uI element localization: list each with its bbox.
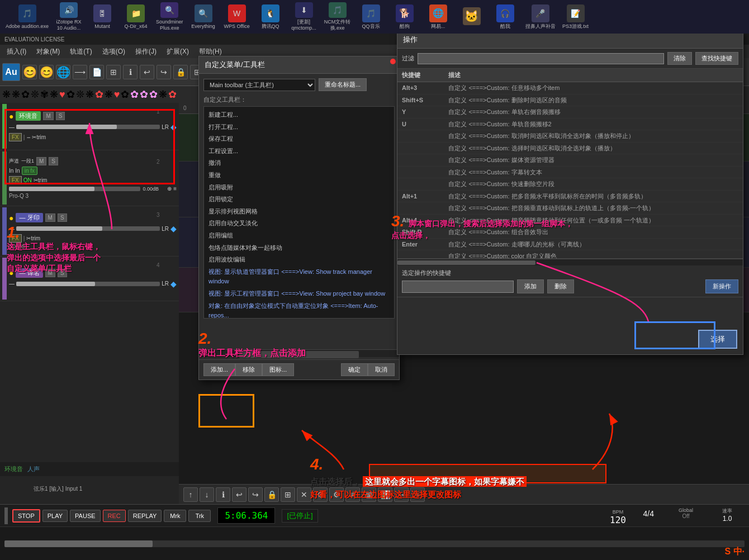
menu-list-item-4[interactable]: 撤消 <box>206 157 392 169</box>
horizontal-scrollbar[interactable] <box>4 540 745 547</box>
ops-row-11[interactable]: Alt+4自定义 <===>Custom: 把音频随意移动到任何位置（一或多音频… <box>397 214 743 226</box>
taskbar-item-kugou[interactable]: 🐕 酷狗 <box>388 1 421 32</box>
track-fx-btn-1[interactable]: FX <box>9 133 22 141</box>
toolbar-icon-arrow[interactable]: ⟶ <box>73 65 87 79</box>
filter-input[interactable] <box>418 53 664 64</box>
add-shortcut-btn[interactable]: 添加 <box>517 279 544 293</box>
taskbar-item-wps[interactable]: W WPS Office <box>220 1 254 32</box>
toolbar-au-icon[interactable]: Au <box>2 63 20 81</box>
menu-extend[interactable]: 扩展(X) <box>162 46 193 58</box>
bt-icon-up[interactable]: ↑ <box>183 487 198 502</box>
shortcut-input[interactable] <box>402 281 514 293</box>
track-minus-1[interactable]: − <box>26 134 30 141</box>
bt-icon-x[interactable]: ✕ <box>297 487 311 502</box>
toolbar-select[interactable]: Main toolbar (主工具栏) <box>203 79 315 91</box>
trk-btn[interactable]: Trk <box>188 510 211 522</box>
toolbar-icon-grid[interactable]: ⊞ <box>106 65 121 79</box>
icon-btn[interactable]: 图标... <box>262 363 294 376</box>
track-m-btn-2[interactable]: M <box>36 157 46 165</box>
track-trim-2[interactable]: ✂trim <box>34 177 48 183</box>
toolbar-icon-redo[interactable]: ↪ <box>157 65 171 79</box>
menu-object[interactable]: 对象(M) <box>32 46 64 58</box>
taskbar-item-qdir[interactable]: 📁 Q-Dir_x64 <box>119 1 153 32</box>
bt-icon-undo[interactable]: ↩ <box>232 487 246 502</box>
track-s-btn-4[interactable]: S <box>58 269 67 277</box>
menu-list-item-13[interactable]: 视图: 显示轨道管理器窗口 <===>View: Show track mana… <box>206 266 392 288</box>
menu-list-item-11[interactable]: 包络点随媒体对象一起移动 <box>206 242 392 254</box>
stop-btn[interactable]: STOP <box>12 509 40 523</box>
track-fx-btn-3[interactable]: FX <box>9 234 22 243</box>
rec-btn[interactable]: REC <box>103 510 126 522</box>
taskbar-item-tencent[interactable]: 🐧 腾讯QQ <box>254 1 287 32</box>
menu-list-item-2[interactable]: 保存工程 <box>206 133 392 145</box>
taskbar-item-soundminer[interactable]: 🔍 SoundminerPlus.exe <box>153 1 187 32</box>
rename-btn[interactable]: 重命名标题... <box>319 78 367 91</box>
bt-icon-gear2[interactable]: ⚙ <box>329 487 344 502</box>
menu-list-item-15[interactable]: 对象: 在自由对象定位模式下自动重定位对象 <===>Item: Auto-re… <box>206 300 392 319</box>
track-m-btn-1[interactable]: M <box>43 112 53 120</box>
ops-row-3[interactable]: U自定义 <===>Custom: 单轨音频搬移2 <box>397 118 743 130</box>
toolbar-icon-new[interactable]: 📄 <box>89 65 104 79</box>
menu-list-item-6[interactable]: 启用吸附 <box>206 182 392 194</box>
taskbar-item-update[interactable]: ⬇ [更新]qmctomp... <box>287 1 321 32</box>
ops-row-14[interactable]: 自定义 <===>Custom: color 自定义颜色 <box>397 250 743 259</box>
bt-icon-info[interactable]: ℹ <box>216 487 230 502</box>
add-btn[interactable]: 添加... <box>203 363 235 376</box>
ops-row-6[interactable]: 自定义 <===>Custom: 媒体资源管理器 <box>397 154 743 167</box>
track-fx-btn-2[interactable]: FX <box>9 176 22 184</box>
bt-icon-gear[interactable]: ⚙ <box>313 487 328 502</box>
toolbar-icon-undo[interactable]: ↩ <box>140 65 154 79</box>
menu-list-item-1[interactable]: 打开工程... <box>206 121 392 134</box>
taskbar-item-kuwo[interactable]: 🎧 酷我 <box>489 1 522 32</box>
ops-row-5[interactable]: 自定义 <===>Custom: 选择时间选区和取消全选对象（播放） <box>397 142 743 154</box>
taskbar-item-voice[interactable]: 🎤 捏鼻人声补音 <box>522 1 559 32</box>
ops-hscroll[interactable] <box>397 259 743 265</box>
play-btn[interactable]: PLAY <box>42 510 68 522</box>
taskbar-item-cat[interactable]: 🐱 <box>455 1 489 32</box>
menu-insert[interactable]: 插入(I) <box>2 46 31 58</box>
bt-icon-lock2[interactable]: 🔒 <box>264 487 279 502</box>
pause-btn[interactable]: PAUSE <box>70 510 100 522</box>
ops-row-12[interactable]: Shift R自定义 <===>Custom: 组合音效导出 <box>397 226 743 239</box>
ops-row-10[interactable]: 自定义 <===>Custom: 把音频垂直移动到鼠标上的轨道上（多音频-一个轨… <box>397 202 743 215</box>
remove-btn[interactable]: 移除 <box>235 363 262 376</box>
mrk-btn[interactable]: Mrk <box>164 510 186 522</box>
menu-list-item-14[interactable]: 视图: 显示工程管理器窗口 <===>View: Show project ba… <box>206 288 392 300</box>
taskbar-item-everything[interactable]: 🔍 Everything <box>187 1 220 32</box>
taskbar-item-ps3[interactable]: 📝 PS3游戏.txt <box>559 1 592 32</box>
taskbar-item-mutant[interactable]: 🎛 Mutant <box>86 1 119 32</box>
bt-icon-blocks[interactable]: ▦ <box>362 487 376 502</box>
bt-icon-chart[interactable]: 📊 <box>378 487 392 502</box>
bt-icon-redo[interactable]: ↪ <box>248 487 263 502</box>
track-s-btn-2[interactable]: S <box>49 157 58 165</box>
cancel-btn[interactable]: 取消 <box>368 363 395 376</box>
menu-list-item-5[interactable]: 重做 <box>206 169 392 182</box>
ops-row-8[interactable]: 自定义 <===>Custom: 快速删除空片段 <box>397 178 743 191</box>
menu-list-item-0[interactable]: 新建工程... <box>206 109 392 121</box>
taskbar-item-adobe[interactable]: 🎵 Adobe audition.exe <box>2 1 52 32</box>
bt-icon-plus[interactable]: + <box>410 487 425 502</box>
menu-list-item-10[interactable]: 启用编组 <box>206 230 392 242</box>
menu-list-item-3[interactable]: 工程设置... <box>206 145 392 158</box>
track-m-btn-3[interactable]: M <box>45 213 55 222</box>
track-trim-1[interactable]: ✂trim <box>32 134 46 140</box>
bt-icon-grid[interactable]: ⊞ <box>281 487 295 502</box>
menu-options[interactable]: 选项(O) <box>98 46 130 58</box>
clear-btn[interactable]: 清除 <box>667 52 692 65</box>
menu-list-item-12[interactable]: 启用波纹编辑 <box>206 254 392 266</box>
search-shortcut-btn[interactable]: 查找快捷键 <box>695 52 738 65</box>
track-m-btn-4[interactable]: M <box>45 269 55 277</box>
bt-icon-resize[interactable]: ↔ <box>394 487 409 502</box>
replay-btn[interactable]: REPLAY <box>128 510 162 522</box>
toolbar-icon-info[interactable]: ℹ <box>123 65 138 79</box>
track-in-btn-2[interactable]: in fx <box>22 167 37 175</box>
customize-menu-list[interactable]: 新建工程... 打开工程... 保存工程 工程设置... 撤消 重做 启用吸附 … <box>203 106 395 319</box>
new-op-btn[interactable]: 新操作 <box>705 279 738 293</box>
ops-row-2[interactable]: Y自定义 <===>Custom: 单轨右侧音频搬移 <box>397 106 743 118</box>
operations-table-scroll[interactable]: 快捷键 描述 Alt+3自定义 <===>Custom: 任意移动多个item … <box>397 69 743 259</box>
track-s-btn-1[interactable]: S <box>56 112 65 120</box>
track-trim-3[interactable]: ✂trim <box>26 235 40 241</box>
menu-track[interactable]: 轨道(T) <box>65 46 96 58</box>
menu-list-item-8[interactable]: 显示排列视图网格 <box>206 206 392 218</box>
bt-icon-down[interactable]: ↓ <box>200 487 214 502</box>
